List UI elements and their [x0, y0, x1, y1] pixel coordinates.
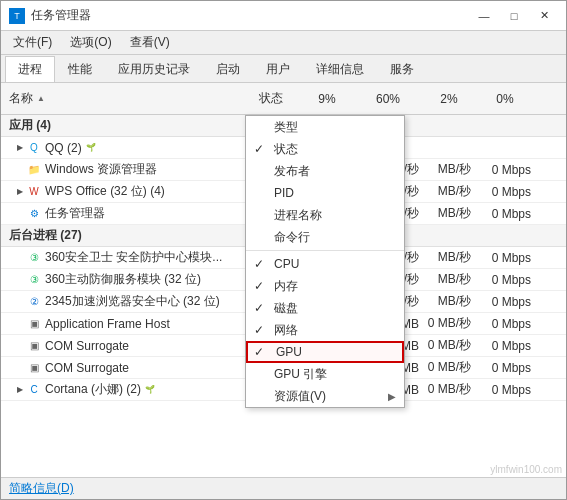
tab-startup[interactable]: 启动 — [203, 56, 253, 82]
process-name-wps: ▶ W WPS Office (32 位) (4) — [1, 183, 241, 200]
process-name-cortana: ▶ C Cortana (小娜) (2) 🌱 — [1, 381, 241, 398]
dropdown-item-type[interactable]: 类型 — [246, 116, 404, 138]
maximize-button[interactable]: □ — [500, 6, 528, 26]
col-header-disk[interactable]: 2% — [423, 92, 475, 106]
dropdown-item-gpu-engine[interactable]: GPU 引擎 — [246, 363, 404, 385]
dropdown-item-gpu[interactable]: GPU — [246, 341, 404, 363]
tab-app-history[interactable]: 应用历史记录 — [105, 56, 203, 82]
qq-icon: Q — [27, 141, 41, 155]
dropdown-item-disk[interactable]: 磁盘 — [246, 297, 404, 319]
process-name-com2: ▶ ▣ COM Surrogate — [1, 361, 241, 375]
process-name-360-2: ▶ ③ 360主动防御服务模块 (32 位) — [1, 271, 241, 288]
process-disk: 0 MB/秒 — [423, 337, 475, 354]
title-bar-left: T 任务管理器 — [9, 7, 91, 24]
wps-icon: W — [27, 185, 41, 199]
com2-icon: ▣ — [27, 361, 41, 375]
process-net: 0 Mbps — [475, 295, 535, 309]
expand-icon: ▶ — [17, 385, 23, 394]
dropdown-item-network[interactable]: 网络 — [246, 319, 404, 341]
explorer-icon: 📁 — [27, 163, 41, 177]
close-button[interactable]: ✕ — [530, 6, 558, 26]
process-name-explorer: ▶ 📁 Windows 资源管理器 — [1, 161, 241, 178]
menu-view[interactable]: 查看(V) — [122, 32, 178, 53]
process-disk: MB/秒 — [423, 271, 475, 288]
tab-users[interactable]: 用户 — [253, 56, 303, 82]
col-header-name[interactable]: 名称 ▲ — [1, 90, 241, 107]
tab-processes[interactable]: 进程 — [5, 56, 55, 82]
browser-icon: ② — [27, 295, 41, 309]
column-dropdown: 类型 状态 发布者 PID 进程名称 命令行 CPU 内存 — [245, 115, 405, 408]
process-net: 0 Mbps — [475, 207, 535, 221]
dropdown-item-resource-value[interactable]: 资源值(V) ▶ — [246, 385, 404, 407]
menu-options[interactable]: 选项(O) — [62, 32, 119, 53]
main-content: 名称 ▲ 状态 9% 60% 2% 0% 应用 (4) — [1, 83, 566, 477]
col-header-network[interactable]: 0% — [475, 92, 535, 106]
360-defense-icon: ③ — [27, 273, 41, 287]
title-bar: T 任务管理器 — □ ✕ — [1, 1, 566, 31]
dropdown-item-status[interactable]: 状态 — [246, 138, 404, 160]
sort-arrow: ▲ — [37, 94, 45, 103]
leaf-icon: 🌱 — [86, 143, 96, 152]
window-title: 任务管理器 — [31, 7, 91, 24]
col-header-memory[interactable]: 60% — [353, 92, 423, 106]
status-detail-link[interactable]: 简略信息(D) — [9, 480, 74, 497]
process-disk: 0 MB/秒 — [423, 315, 475, 332]
process-net: 0 Mbps — [475, 361, 535, 375]
dropdown-item-memory[interactable]: 内存 — [246, 275, 404, 297]
menu-file[interactable]: 文件(F) — [5, 32, 60, 53]
cortana-leaf-icon: 🌱 — [145, 385, 155, 394]
process-net: 0 Mbps — [475, 251, 535, 265]
process-disk: MB/秒 — [423, 205, 475, 222]
process-disk: MB/秒 — [423, 249, 475, 266]
watermark: ylmfwin100.com — [486, 462, 566, 477]
dropdown-item-cpu[interactable]: CPU — [246, 253, 404, 275]
task-manager-window: T 任务管理器 — □ ✕ 文件(F) 选项(O) 查看(V) 进程 性能 应用… — [0, 0, 567, 500]
tab-bar: 进程 性能 应用历史记录 启动 用户 详细信息 服务 — [1, 55, 566, 83]
process-net: 0 Mbps — [475, 185, 535, 199]
process-name-360-1: ▶ ③ 360安全卫士 安全防护中心模块... — [1, 249, 241, 266]
process-disk: 0 MB/秒 — [423, 359, 475, 376]
process-net: 0 Mbps — [475, 273, 535, 287]
col-header-cpu[interactable]: 9% — [301, 92, 353, 106]
tab-details[interactable]: 详细信息 — [303, 56, 377, 82]
submenu-arrow: ▶ — [388, 391, 396, 402]
process-disk: MB/秒 — [423, 183, 475, 200]
process-name-qq: ▶ Q QQ (2) 🌱 — [1, 141, 241, 155]
process-name-com1: ▶ ▣ COM Surrogate — [1, 339, 241, 353]
process-name-appframe: ▶ ▣ Application Frame Host — [1, 317, 241, 331]
tab-services[interactable]: 服务 — [377, 56, 427, 82]
process-name-2345: ▶ ② 2345加速浏览器安全中心 (32 位) — [1, 293, 241, 310]
cortana-icon: C — [27, 383, 41, 397]
process-net: 0 Mbps — [475, 339, 535, 353]
dropdown-item-pid[interactable]: PID — [246, 182, 404, 204]
taskmgr-icon: ⚙ — [27, 207, 41, 221]
expand-icon: ▶ — [17, 187, 23, 196]
menu-bar: 文件(F) 选项(O) 查看(V) — [1, 31, 566, 55]
process-disk: MB/秒 — [423, 161, 475, 178]
process-name-taskmgr: ▶ ⚙ 任务管理器 — [1, 205, 241, 222]
appframe-icon: ▣ — [27, 317, 41, 331]
process-net: 0 Mbps — [475, 383, 535, 397]
com1-icon: ▣ — [27, 339, 41, 353]
process-disk: 0 MB/秒 — [423, 381, 475, 398]
status-bar: 简略信息(D) — [1, 477, 566, 499]
table-header: 名称 ▲ 状态 9% 60% 2% 0% — [1, 83, 566, 115]
minimize-button[interactable]: — — [470, 6, 498, 26]
dropdown-item-publisher[interactable]: 发布者 — [246, 160, 404, 182]
col-header-status[interactable]: 状态 — [241, 90, 301, 107]
process-disk: MB/秒 — [423, 293, 475, 310]
dropdown-separator — [246, 250, 404, 251]
dropdown-item-cmdline[interactable]: 命令行 — [246, 226, 404, 248]
process-net: 0 Mbps — [475, 317, 535, 331]
expand-icon: ▶ — [17, 143, 23, 152]
dropdown-item-processname[interactable]: 进程名称 — [246, 204, 404, 226]
tab-performance[interactable]: 性能 — [55, 56, 105, 82]
window-controls: — □ ✕ — [470, 6, 558, 26]
360-icon: ③ — [27, 251, 41, 265]
process-net: 0 Mbps — [475, 163, 535, 177]
app-icon: T — [9, 8, 25, 24]
